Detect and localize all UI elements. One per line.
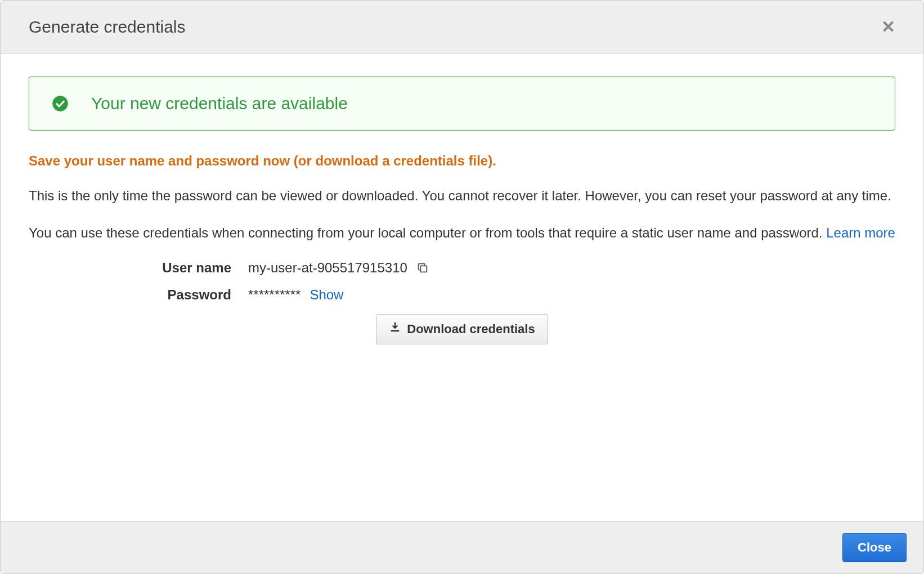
show-password-link[interactable]: Show bbox=[310, 287, 343, 303]
info-paragraph-1: This is the only time the password can b… bbox=[29, 186, 895, 206]
copy-icon[interactable] bbox=[416, 262, 429, 274]
modal-footer: Close bbox=[1, 521, 923, 573]
save-warning-text: Save your user name and password now (or… bbox=[29, 153, 895, 169]
password-value-container: ********** Show bbox=[248, 287, 343, 303]
info-paragraph-2: You can use these credentials when conne… bbox=[29, 223, 895, 243]
download-icon bbox=[389, 321, 401, 337]
svg-rect-1 bbox=[420, 266, 427, 272]
modal-title: Generate credentials bbox=[29, 17, 186, 37]
learn-more-link[interactable]: Learn more bbox=[826, 225, 895, 240]
password-label: Password bbox=[29, 287, 248, 303]
username-value: my-user-at-905517915310 bbox=[248, 260, 407, 276]
check-circle-icon bbox=[52, 95, 69, 112]
success-alert-text: Your new credentials are available bbox=[91, 94, 348, 113]
username-value-container: my-user-at-905517915310 bbox=[248, 260, 429, 276]
svg-point-0 bbox=[52, 96, 68, 111]
close-button[interactable]: Close bbox=[842, 533, 907, 562]
generate-credentials-modal: Generate credentials ✕ Your new credenti… bbox=[0, 0, 924, 574]
info-paragraph-2-text: You can use these credentials when conne… bbox=[29, 225, 826, 240]
username-row: User name my-user-at-905517915310 bbox=[29, 260, 895, 276]
modal-header: Generate credentials ✕ bbox=[1, 1, 923, 54]
download-credentials-button[interactable]: Download credentials bbox=[376, 314, 548, 344]
success-alert: Your new credentials are available bbox=[29, 77, 895, 131]
modal-body: Your new credentials are available Save … bbox=[1, 54, 923, 521]
password-masked: ********** bbox=[248, 287, 300, 303]
svg-rect-2 bbox=[391, 330, 400, 332]
credentials-section: User name my-user-at-905517915310 Passwo… bbox=[29, 260, 895, 344]
password-row: Password ********** Show bbox=[29, 287, 895, 303]
download-credentials-label: Download credentials bbox=[407, 322, 535, 337]
download-row: Download credentials bbox=[29, 314, 895, 344]
username-label: User name bbox=[29, 260, 248, 276]
close-icon[interactable]: ✕ bbox=[881, 19, 895, 35]
